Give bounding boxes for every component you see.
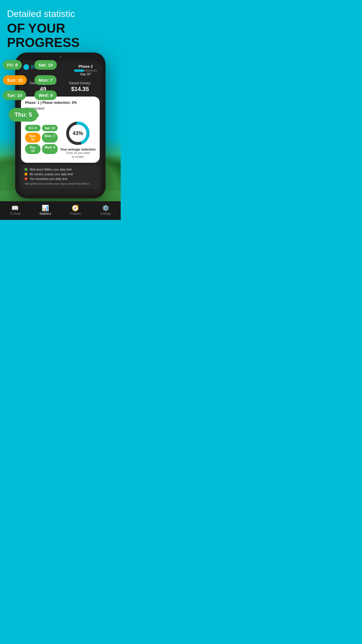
savings-cig-value: 49 <box>29 86 57 92</box>
day-fri: Fri: 8 <box>25 125 41 131</box>
nav-label-statistics: Statistics <box>39 212 51 215</box>
savings-money: Saved money: $14.35 <box>69 81 91 92</box>
phase-title: Phase 2 <box>74 64 97 69</box>
savings-cigarettes: Saved cigarettes: 49 <box>29 81 57 92</box>
header-section: Detailed statistic OF YOUR PROGRESS <box>0 0 121 52</box>
legend-section: Well done! Within your daily limit Be ca… <box>21 165 100 189</box>
nav-label-program: Program <box>70 212 81 215</box>
book-icon: 📖 <box>11 204 19 211</box>
legend-text-red: You exceeded your daily limit <box>30 177 67 181</box>
legend-text-orange: Be careful, exactly your daily limit <box>30 173 73 176</box>
reduction-label: Your average reduction <box>60 148 96 151</box>
phase-bar-fill <box>74 69 84 72</box>
legend-dot-red <box>24 177 27 180</box>
gear-icon: ⚙️ <box>102 204 109 211</box>
day-wed: Wed: 9 <box>42 144 57 154</box>
legend-item-red: You exceeded your daily limit <box>24 177 96 181</box>
phase-progress-bar <box>74 69 97 72</box>
legend-dot-orange <box>24 173 27 176</box>
legend-item-green: Well done! Within your daily limit <box>24 168 96 171</box>
donut-percent: 43% <box>73 130 83 136</box>
phase-info: Phase 2 Day 3/7 <box>74 64 97 76</box>
reduction-sublabel: From 16 you usedto smoke <box>66 151 90 159</box>
phone-notch <box>59 56 61 58</box>
legend-item-orange: Be careful, exactly your daily limit <box>24 173 96 176</box>
day-sat: Sat: 10 <box>42 125 57 131</box>
nav-item-program[interactable]: 🧭 Program <box>60 204 91 215</box>
savings-cig-label: Saved cigarettes: <box>29 81 57 85</box>
legend-text-green: Well done! Within your daily limit <box>30 168 72 171</box>
phone-screen: ← Back Phase 2 Day 3/7 <box>19 61 102 195</box>
day-tue: Tue: 10 <box>25 144 41 154</box>
phase-day: Day 3/7 <box>74 72 97 76</box>
main-content: Detailed statistic OF YOUR PROGRESS Fri:… <box>0 0 121 201</box>
nav-item-statistics[interactable]: 📊 Statistics <box>30 204 61 215</box>
screen-top-bar: ← Back Phase 2 Day 3/7 <box>19 61 102 78</box>
day-sun: Sun: 15 <box>25 133 41 143</box>
back-label: Back <box>31 64 41 70</box>
app-wrapper: Detailed statistic OF YOUR PROGRESS Fri:… <box>0 0 121 220</box>
header-line1: Detailed statistic <box>7 9 114 19</box>
savings-money-label: Saved money: <box>69 81 91 85</box>
header-line2: OF YOUR PROGRESS <box>7 21 114 50</box>
nav-item-settings[interactable]: ⚙️ Settings <box>91 204 121 215</box>
day-mon: Mon: 7 <box>42 133 57 143</box>
statistics-icon: 📊 <box>42 204 49 211</box>
days-grid: Fri: 8 Sat: 10 Sun: 15 Mon: 7 Tue: 10 We… <box>25 125 58 154</box>
stats-card: Phase: 1 | Phase reduction: 2% You smoke… <box>21 97 100 163</box>
savings-money-value: $14.35 <box>69 86 91 92</box>
nav-item-toread[interactable]: 📖 To Read <box>0 204 30 215</box>
compass-icon: 🧭 <box>72 204 79 211</box>
legend-note: *Be careful not to smoke more days a wee… <box>24 182 96 186</box>
back-icon: ← <box>23 64 29 70</box>
legend-dot-green <box>24 168 27 171</box>
bottom-nav: 📖 To Read 📊 Statistics 🧭 Program ⚙️ Sett… <box>0 201 121 220</box>
phone-mockup: ← Back Phase 2 Day 3/7 <box>15 52 106 198</box>
savings-row: Saved cigarettes: 49 Saved money: $14.35 <box>19 78 102 97</box>
phase-reduction-text: Phase: 1 | Phase reduction: 2% <box>25 101 96 105</box>
nav-label-settings: Settings <box>100 212 111 215</box>
back-button[interactable]: ← Back <box>23 64 41 70</box>
nav-label-toread: To Read <box>10 212 20 215</box>
you-smoked-label: You smoked <box>25 106 96 111</box>
stats-inner: Fri: 8 Sat: 10 Sun: 15 Mon: 7 Tue: 10 We… <box>25 120 96 159</box>
phone-wrapper: Fri: 8 Sat: 10 Sun: 15 Mon: 7 Tue: 10 We… <box>0 52 121 201</box>
donut-chart: 43% <box>65 120 91 146</box>
fri-badge-small: Fri: 8 <box>25 113 39 118</box>
donut-section: 43% Your average reduction From 16 you u… <box>60 120 96 159</box>
